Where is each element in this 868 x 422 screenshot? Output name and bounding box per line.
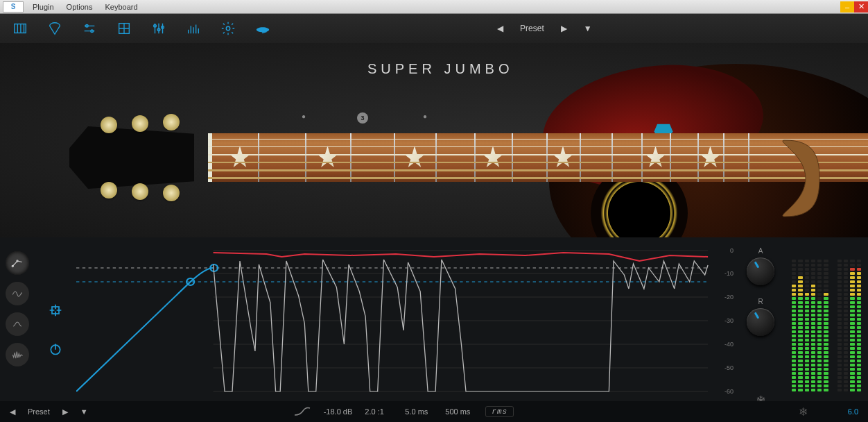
window-menubar: S Plugin Options Keyboard – ✕ xyxy=(0,0,868,14)
axis-label: -60 xyxy=(724,388,734,395)
fx-tool-column xyxy=(0,237,35,422)
fx-panel: 0 -10 -20 -30 -40 -50 -60 A R ❄ xyxy=(0,237,868,422)
grid-icon[interactable] xyxy=(116,21,132,36)
attack-value[interactable]: 5.0 ms xyxy=(405,407,433,416)
limiter-tab[interactable] xyxy=(6,343,29,366)
tuner-peg xyxy=(163,114,180,130)
preset-dropdown-button[interactable]: ▼ xyxy=(584,24,592,33)
knob-column: A R ❄ xyxy=(736,237,785,422)
main-toolbar: ◀ Preset ▶ ▼ xyxy=(0,14,868,43)
eq-tab[interactable] xyxy=(6,282,29,305)
gate-tab[interactable] xyxy=(6,312,29,336)
axis-label: -20 xyxy=(724,294,734,301)
attack-knob-label: A xyxy=(758,247,763,255)
window-minimize-button[interactable]: – xyxy=(840,1,854,12)
release-value[interactable]: 500 ms xyxy=(445,407,473,416)
attack-knob[interactable] xyxy=(747,258,774,285)
axis-label: 0 xyxy=(730,247,734,254)
fx-preset-label[interactable]: Preset xyxy=(28,407,50,416)
eq-icon[interactable] xyxy=(186,21,201,36)
bridge xyxy=(771,133,854,223)
preset-navigator: ◀ Preset ▶ ▼ xyxy=(497,24,592,33)
release-knob[interactable] xyxy=(747,308,774,336)
fx-preset-prev[interactable]: ◀ xyxy=(10,407,15,416)
hat-icon[interactable] xyxy=(255,21,270,36)
sliders-icon[interactable] xyxy=(151,21,166,36)
compressor-tab[interactable] xyxy=(6,251,29,275)
menu-plugin[interactable]: Plugin xyxy=(26,1,60,13)
power-icon[interactable] xyxy=(49,342,62,356)
window-close-button[interactable]: ✕ xyxy=(854,1,868,12)
headstock xyxy=(42,119,208,196)
output-meters xyxy=(785,237,868,422)
fx-control-column xyxy=(35,237,76,422)
output-value[interactable]: 6.0 xyxy=(848,407,858,416)
fretboard[interactable]: ● 3 ● xyxy=(208,133,868,182)
curve-icon[interactable] xyxy=(293,407,311,416)
settings-icon[interactable] xyxy=(220,21,236,36)
tuner-peg xyxy=(163,185,180,201)
tuner-peg xyxy=(132,115,148,132)
guitar-visual: ● 3 ● xyxy=(42,92,868,217)
fx-preset-dropdown[interactable]: ▼ xyxy=(80,407,88,416)
fx-bottom-bar: ◀ Preset ▶ ▼ -18.0 dB 2.0 :1 5.0 ms 500 … xyxy=(0,401,868,422)
keyboard-view-icon[interactable] xyxy=(12,21,28,36)
mixer-icon[interactable] xyxy=(82,21,97,36)
axis-label: -30 xyxy=(724,317,734,324)
autogain-icon[interactable] xyxy=(49,303,62,317)
preset-next-button[interactable]: ▶ xyxy=(561,24,567,33)
svg-point-7 xyxy=(226,26,230,31)
pick-icon[interactable] xyxy=(47,21,62,36)
preset-prev-button[interactable]: ◀ xyxy=(497,24,503,33)
fx-preset-next[interactable]: ▶ xyxy=(62,407,68,416)
release-knob-label: R xyxy=(758,298,763,305)
axis-label: -50 xyxy=(724,364,734,371)
axis-label: -10 xyxy=(724,270,734,277)
tuner-peg xyxy=(101,182,117,199)
threshold-value[interactable]: -18.0 dB xyxy=(324,407,353,416)
tuner-peg xyxy=(101,117,117,133)
menu-options[interactable]: Options xyxy=(60,1,99,13)
freeze-bottom-icon[interactable]: ❄ xyxy=(799,405,808,419)
ratio-value[interactable]: 2.0 :1 xyxy=(365,407,392,416)
app-logo-icon: S xyxy=(3,1,24,12)
axis-label: -40 xyxy=(724,341,734,348)
preset-label[interactable]: Preset xyxy=(520,24,544,33)
capo-badge[interactable]: 3 xyxy=(357,112,368,124)
instrument-panel: SUPER JUMBO ● 3 ● xyxy=(0,43,868,237)
tuner-peg xyxy=(132,183,148,200)
instrument-title: SUPER JUMBO xyxy=(367,61,513,77)
compressor-graph[interactable]: 0 -10 -20 -30 -40 -50 -60 xyxy=(76,247,731,422)
menu-keyboard[interactable]: Keyboard xyxy=(99,1,144,13)
detection-mode[interactable]: rms xyxy=(485,406,514,417)
graph-svg xyxy=(76,247,731,400)
